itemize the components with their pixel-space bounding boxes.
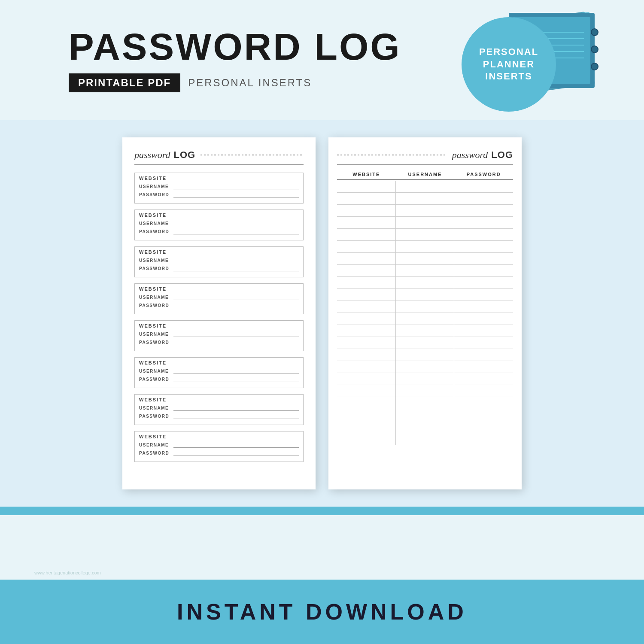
table-cell bbox=[337, 253, 396, 265]
username-label-4: USERNAME bbox=[139, 295, 173, 300]
table-cell bbox=[396, 193, 455, 205]
table-row bbox=[337, 253, 513, 265]
table-cell bbox=[337, 217, 396, 229]
password-label-2: PASSWORD bbox=[139, 229, 173, 234]
table-cell bbox=[454, 361, 513, 373]
table-cell bbox=[396, 409, 455, 421]
entry-block-3: WEBSITE USERNAME PASSWORD bbox=[134, 246, 304, 277]
table-cell bbox=[396, 313, 455, 325]
table-cell bbox=[337, 409, 396, 421]
table-header: WEBSITE USERNAME PASSWORD bbox=[337, 172, 513, 180]
table-row bbox=[337, 277, 513, 289]
badge-text: PERSONAL PLANNER INSERTS bbox=[479, 46, 538, 83]
username-row-4: USERNAME bbox=[139, 294, 299, 300]
password-line-1 bbox=[173, 191, 299, 197]
password-label-1: PASSWORD bbox=[139, 192, 173, 197]
website-label-3: WEBSITE bbox=[139, 249, 299, 255]
username-row-7: USERNAME bbox=[139, 405, 299, 411]
password-label-8: PASSWORD bbox=[139, 451, 173, 456]
password-line-6 bbox=[173, 376, 299, 382]
table-cell bbox=[396, 277, 455, 289]
personal-inserts-text: PERSONAL INSERTS bbox=[188, 77, 312, 89]
password-row-5: PASSWORD bbox=[139, 339, 299, 345]
table-cell bbox=[396, 229, 455, 241]
table-cell bbox=[396, 265, 455, 277]
username-label-6: USERNAME bbox=[139, 369, 173, 374]
password-row-3: PASSWORD bbox=[139, 265, 299, 271]
table-cell bbox=[337, 325, 396, 337]
table-cell bbox=[454, 325, 513, 337]
username-label-1: USERNAME bbox=[139, 184, 173, 189]
table-cell bbox=[337, 181, 396, 193]
table-cell bbox=[337, 433, 396, 445]
table-cell bbox=[337, 337, 396, 349]
username-label-3: USERNAME bbox=[139, 258, 173, 263]
username-label-7: USERNAME bbox=[139, 406, 173, 410]
left-decorative-line bbox=[200, 155, 304, 155]
password-label-7: PASSWORD bbox=[139, 414, 173, 419]
password-label-3: PASSWORD bbox=[139, 266, 173, 271]
password-row-6: PASSWORD bbox=[139, 376, 299, 382]
username-line-8 bbox=[173, 442, 299, 448]
password-line-2 bbox=[173, 228, 299, 234]
entry-block-6: WEBSITE USERNAME PASSWORD bbox=[134, 357, 304, 388]
table-row bbox=[337, 325, 513, 337]
table-row bbox=[337, 181, 513, 193]
password-line-7 bbox=[173, 413, 299, 419]
svg-point-6 bbox=[591, 63, 598, 70]
password-line-3 bbox=[173, 265, 299, 271]
password-label-6: PASSWORD bbox=[139, 377, 173, 382]
table-cell bbox=[454, 385, 513, 397]
table-row bbox=[337, 385, 513, 397]
subtitle-bar: PRINTABLE PDF PERSONAL INSERTS bbox=[69, 73, 312, 92]
table-row bbox=[337, 433, 513, 445]
table-cell bbox=[454, 433, 513, 445]
entry-block-2: WEBSITE USERNAME PASSWORD bbox=[134, 210, 304, 240]
website-label-6: WEBSITE bbox=[139, 360, 299, 365]
username-label-5: USERNAME bbox=[139, 332, 173, 337]
watermark: www.heritagenationcollege.com bbox=[34, 570, 101, 575]
table-cell bbox=[396, 301, 455, 313]
username-row-2: USERNAME bbox=[139, 220, 299, 226]
username-line-6 bbox=[173, 368, 299, 374]
table-cell bbox=[396, 397, 455, 409]
password-label-5: PASSWORD bbox=[139, 340, 173, 345]
website-label-7: WEBSITE bbox=[139, 397, 299, 402]
table-cell bbox=[337, 373, 396, 385]
left-page-title-row: password LOG bbox=[134, 149, 304, 165]
table-cell bbox=[337, 241, 396, 253]
table-cell bbox=[337, 397, 396, 409]
table-row bbox=[337, 409, 513, 421]
col-username: USERNAME bbox=[396, 172, 455, 177]
table-cell bbox=[396, 433, 455, 445]
password-line-8 bbox=[173, 450, 299, 456]
password-row-7: PASSWORD bbox=[139, 413, 299, 419]
table-cell bbox=[454, 193, 513, 205]
table-cell bbox=[396, 325, 455, 337]
col-password: PASSWORD bbox=[454, 172, 513, 177]
table-cell bbox=[454, 397, 513, 409]
entry-block-1: WEBSITE USERNAME PASSWORD bbox=[134, 173, 304, 204]
table-cell bbox=[337, 205, 396, 217]
right-page-title-row: password LOG bbox=[337, 149, 513, 165]
username-row-8: USERNAME bbox=[139, 442, 299, 448]
content-area: password LOG WEBSITE USERNAME PASSWORD W… bbox=[0, 120, 644, 507]
table-cell bbox=[454, 253, 513, 265]
table-cell bbox=[396, 361, 455, 373]
table-cell bbox=[337, 385, 396, 397]
table-cell bbox=[337, 421, 396, 433]
table-cell bbox=[396, 337, 455, 349]
username-row-3: USERNAME bbox=[139, 257, 299, 263]
table-cell bbox=[337, 193, 396, 205]
table-row bbox=[337, 265, 513, 277]
right-title-bold: LOG bbox=[491, 149, 513, 161]
table-row bbox=[337, 289, 513, 301]
col-website: WEBSITE bbox=[337, 172, 396, 177]
table-cell bbox=[454, 421, 513, 433]
username-line-3 bbox=[173, 257, 299, 263]
svg-point-4 bbox=[591, 29, 598, 36]
table-cell bbox=[454, 301, 513, 313]
table-cell bbox=[454, 373, 513, 385]
website-label-1: WEBSITE bbox=[139, 176, 299, 181]
table-cell bbox=[337, 265, 396, 277]
